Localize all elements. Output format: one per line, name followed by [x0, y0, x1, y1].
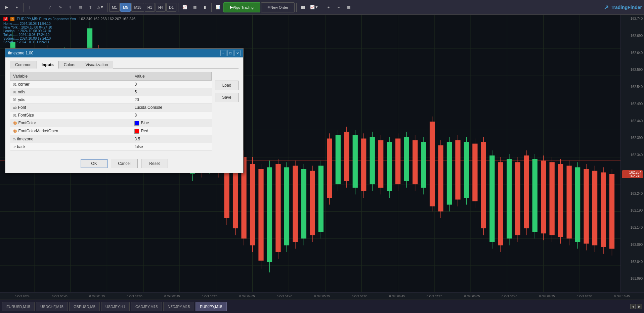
scroll-left-btn[interactable]: ◀ — [630, 304, 636, 309]
zoom-out-btn[interactable]: − — [334, 2, 343, 12]
svg-rect-89 — [275, 164, 281, 252]
grid-btn[interactable]: ▦ — [344, 2, 353, 12]
param-row-timezone[interactable]: ½timezone3.5 — [10, 135, 212, 143]
line-chart-btn[interactable]: 📈 — [180, 2, 189, 12]
zoom-in-btn[interactable]: + — [324, 2, 333, 12]
svg-rect-167 — [609, 174, 614, 249]
tab-colors[interactable]: Colors — [59, 61, 81, 69]
param-val-xdis[interactable]: 5 — [132, 88, 211, 96]
load-btn[interactable]: Load — [215, 81, 239, 90]
crosshair-btn[interactable]: + — [12, 2, 22, 12]
horizontal-line-btn[interactable]: ― — [35, 2, 45, 12]
trendline-btn[interactable]: ∕ — [45, 2, 55, 12]
minimize-btn[interactable]: − — [220, 50, 226, 56]
time-tick: 8 Oct 06:05 — [341, 295, 378, 298]
param-row-back[interactable]: ↗backfalse — [10, 143, 212, 150]
price-tick: 162.190 — [622, 209, 643, 212]
maximize-btn[interactable]: □ — [227, 50, 233, 56]
tab-inputs[interactable]: Inputs — [37, 61, 59, 69]
current-price-tick: 162.264162.246 — [622, 170, 643, 178]
row-type-badge: 01 — [13, 114, 17, 117]
select-tool-btn[interactable]: ▶ — [2, 2, 11, 12]
shapes-btn[interactable]: △▼ — [96, 2, 105, 12]
status-tab-gbpusd-m5[interactable]: GBPUSD,M5 — [69, 302, 100, 311]
close-btn[interactable]: ✕ — [234, 50, 241, 56]
text-btn[interactable]: T — [86, 2, 95, 12]
svg-rect-159 — [575, 167, 580, 242]
param-row-fontsize[interactable]: 01FontSize8 — [10, 111, 212, 119]
price-tick: 162.590 — [622, 68, 643, 72]
param-val-fontsize[interactable]: 8 — [132, 111, 211, 119]
param-row-fontcolor[interactable]: 🎨FontColorBlue — [10, 119, 212, 127]
cancel-btn[interactable]: Cancel — [111, 159, 138, 168]
param-val-back[interactable]: false — [132, 143, 211, 150]
tf-m1-btn[interactable]: M1 — [109, 3, 120, 12]
new-order-btn[interactable]: ✚ New Order — [261, 2, 295, 12]
status-tab-nzdjpy-m15[interactable]: NZDJPY,M15 — [163, 302, 194, 311]
vertical-line-btn[interactable]: | — [25, 2, 35, 12]
scroll-right-btn[interactable]: ▶ — [637, 304, 642, 309]
svg-rect-97 — [310, 171, 315, 235]
param-var-ydis: 01ydis — [10, 96, 132, 104]
tf-m5-btn[interactable]: M5 — [120, 3, 131, 12]
sep3 — [178, 3, 178, 12]
param-val-ydis[interactable]: 20 — [132, 96, 211, 104]
svg-rect-153 — [550, 162, 555, 235]
svg-rect-125 — [430, 122, 435, 206]
price-tick: 162.240 — [622, 192, 643, 195]
param-val-timezone[interactable]: 3.5 — [132, 135, 211, 143]
time-tick: 8 Oct 02:45 — [153, 295, 191, 298]
status-tab-eurjpy-m15[interactable]: EURJPY,M15 — [196, 302, 226, 311]
indicators-btn[interactable]: 📊 — [213, 2, 223, 12]
svg-rect-141 — [498, 162, 503, 245]
param-row-font[interactable]: abFontLucida Console — [10, 104, 212, 111]
row-type-badge: ↗ — [13, 145, 16, 149]
tf-m15-btn[interactable]: M15 — [131, 3, 144, 12]
status-bar: EURUSD,M15USDCHF,M15GBPUSD,M5USDJPY,H1CA… — [0, 300, 644, 313]
param-val-fontcolormarketopen[interactable]: Red — [132, 127, 211, 135]
curve-btn[interactable]: ∿ — [55, 2, 65, 12]
candle-chart-btn[interactable]: ▮ — [200, 2, 210, 12]
algo-trading-btn[interactable]: ▶ Algo Trading — [223, 2, 260, 12]
param-val-font[interactable]: Lucida Console — [132, 104, 211, 111]
status-tab-eurusd-m15[interactable]: EURUSD,M15 — [2, 302, 35, 311]
tf-h1-btn[interactable]: H1 — [145, 3, 155, 12]
col-value: Value — [132, 72, 211, 81]
param-row-fontcolormarketopen[interactable]: 🎨FontColorMarketOpenRed — [10, 127, 212, 135]
col-variable: Variable — [10, 72, 132, 81]
tab-row: Common Inputs Colors Visualization — [10, 61, 239, 69]
dialog: timezone 1.00 − □ ✕ Common Inputs Colors… — [5, 48, 244, 173]
tab-common[interactable]: Common — [10, 61, 37, 69]
param-val-corner[interactable]: 0 — [132, 81, 211, 88]
strategy-tester-btn[interactable]: 📈▼ — [308, 2, 320, 12]
param-var-fontcolor: 🎨FontColor — [10, 119, 132, 127]
param-row-corner[interactable]: 01corner0 — [10, 81, 212, 88]
param-row-ydis[interactable]: 01ydis20 — [10, 96, 212, 104]
status-tab-usdchf-m15[interactable]: USDCHF,M15 — [36, 302, 68, 311]
param-row-xdis[interactable]: 01xdis5 — [10, 88, 212, 96]
bar-chart-btn[interactable]: ▦ — [190, 2, 200, 12]
param-var-fontsize: 01FontSize — [10, 111, 132, 119]
dialog-titlebar[interactable]: timezone 1.00 − □ ✕ — [5, 49, 243, 57]
channel-btn[interactable]: ⇕ — [66, 2, 75, 12]
depth-btn[interactable]: ▮▮ — [298, 2, 308, 12]
row-type-badge: 🎨 — [13, 129, 17, 133]
tf-d1-btn[interactable]: D1 — [166, 3, 176, 12]
svg-rect-93 — [293, 166, 298, 242]
reset-btn[interactable]: Reset — [141, 159, 168, 168]
status-tab-usdjpy-h1[interactable]: USDJPY,H1 — [101, 302, 130, 311]
svg-rect-157 — [567, 166, 572, 238]
status-tab-cadjpy-m15[interactable]: CADJPY,M15 — [131, 302, 162, 311]
fib-btn[interactable]: ▤ — [76, 2, 85, 12]
svg-rect-149 — [532, 159, 538, 232]
ok-btn[interactable]: OK — [81, 159, 108, 168]
tab-visualization[interactable]: Visualization — [80, 61, 113, 69]
tf-h4-btn[interactable]: H4 — [156, 3, 166, 12]
param-val-fontcolor[interactable]: Blue — [132, 119, 211, 127]
save-btn[interactable]: Save — [215, 93, 239, 102]
color-swatch — [134, 129, 139, 134]
price-axis: 162.740 162.690 162.640 162.590 162.540 … — [620, 15, 644, 300]
time-tick: 8 Oct 02:05 — [116, 295, 154, 298]
svg-rect-111 — [370, 137, 375, 184]
time-tick: 8 Oct 10:45 — [603, 295, 641, 298]
